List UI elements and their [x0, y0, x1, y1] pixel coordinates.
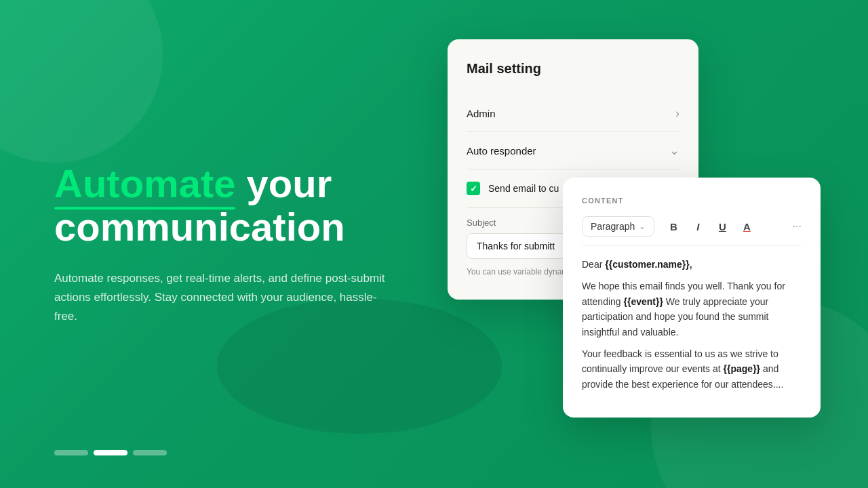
- pagination: [54, 450, 167, 455]
- selector-chevron-icon: ⌄: [639, 222, 646, 231]
- paragraph-label: Paragraph: [591, 221, 635, 232]
- mail-card-title: Mail setting: [467, 61, 679, 77]
- dot-1[interactable]: [54, 450, 88, 455]
- page-var: {{page}}: [724, 363, 760, 374]
- body-line-1: We hope this email finds you well. Thank…: [582, 279, 802, 340]
- paragraph-selector[interactable]: Paragraph ⌄: [582, 216, 654, 237]
- bold-button[interactable]: B: [663, 216, 684, 237]
- italic-button[interactable]: I: [687, 216, 709, 237]
- hero-description: Automate responses, get real-time alerts…: [54, 269, 393, 326]
- auto-responder-label: Auto responder: [467, 145, 536, 157]
- chevron-down-icon: ⌄: [669, 143, 679, 158]
- editor-toolbar: Paragraph ⌄ B I U A ···: [582, 216, 802, 246]
- send-email-checkbox[interactable]: [467, 182, 480, 195]
- more-options-button[interactable]: ···: [793, 220, 802, 232]
- send-email-label: Send email to cu: [488, 183, 559, 194]
- customer-name-var: {{customer.name}}: [605, 259, 690, 270]
- content-label: CONTENT: [582, 197, 802, 205]
- content-editor-card: CONTENT Paragraph ⌄ B I U A ··· Dear {{c…: [563, 178, 821, 418]
- underline-button[interactable]: U: [711, 216, 733, 237]
- hero-section: Automate yourcommunication Automate resp…: [54, 162, 393, 326]
- greeting-line: Dear {{customer.name}},: [582, 257, 802, 272]
- auto-responder-row[interactable]: Auto responder ⌄: [467, 132, 679, 169]
- body-line-2: Your feedback is essential to us as we s…: [582, 346, 802, 392]
- text-color-button[interactable]: A: [736, 216, 757, 237]
- dot-2[interactable]: [94, 450, 127, 455]
- hero-title: Automate yourcommunication: [54, 162, 393, 249]
- admin-row[interactable]: Admin ›: [467, 96, 679, 132]
- greeting-text: Dear: [582, 259, 602, 270]
- admin-label: Admin: [467, 108, 496, 119]
- event-var: {{event}}: [624, 296, 663, 307]
- chevron-right-icon: ›: [675, 106, 679, 121]
- dot-3[interactable]: [133, 450, 167, 455]
- hero-highlight: Automate: [54, 162, 235, 205]
- editor-body: Dear {{customer.name}}, We hope this ema…: [582, 257, 802, 392]
